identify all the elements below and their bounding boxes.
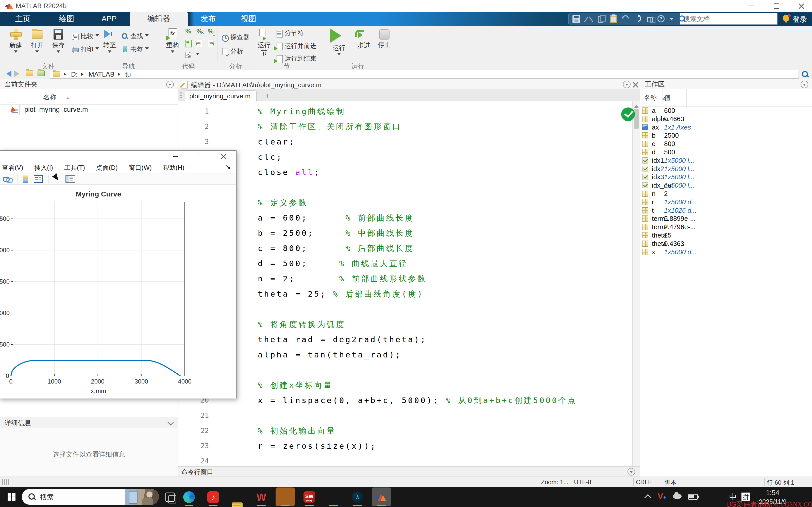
compare-button[interactable]: 比较 [71, 32, 99, 40]
doc-search-input[interactable] [683, 14, 765, 24]
line-ending-indicator[interactable]: CRLF [636, 478, 652, 486]
taskbar-search[interactable]: 搜索 [22, 489, 159, 505]
browse-folder-icon[interactable] [38, 70, 45, 76]
tray-expand-icon[interactable] [647, 494, 651, 499]
tray-cloud-icon[interactable] [673, 494, 681, 499]
variable-name[interactable]: t [652, 206, 654, 215]
code-area[interactable]: 123456789101112131415161718192021222324 … [179, 101, 632, 507]
variable-value[interactable]: 800 [664, 140, 675, 148]
workspace-row[interactable]: c800 [640, 140, 812, 148]
link-plot-icon[interactable] [3, 176, 12, 182]
statusbar-grip[interactable] [2, 479, 9, 485]
variable-name[interactable]: r [652, 198, 654, 206]
find-button[interactable]: 查找 [121, 32, 149, 40]
scroll-up-icon[interactable] [634, 102, 639, 108]
menu-window[interactable]: 窗口(W) [129, 164, 152, 172]
menu-overflow-icon[interactable]: ↘ [225, 163, 231, 171]
workspace-row[interactable]: term15.8899e-... [640, 215, 812, 223]
workspace-row[interactable]: a600 [640, 107, 812, 115]
vscroll-thumb[interactable] [634, 109, 639, 129]
code-line[interactable]: theta = 25; % 后部曲线角度(度) [258, 286, 424, 301]
workspace-row[interactable]: x1x5000 d... [640, 248, 812, 256]
profiler-button[interactable]: 探查器 [221, 33, 249, 41]
code-line[interactable]: % 将角度转换为弧度 [258, 317, 345, 332]
indent-more-icon[interactable] [196, 53, 199, 57]
code-line[interactable]: % 清除工作区、关闭所有图形窗口 [258, 119, 402, 134]
tab-home[interactable]: 主页 [3, 12, 43, 26]
undo-icon[interactable] [622, 15, 630, 23]
analyze-button[interactable]: 分析 [221, 47, 243, 56]
variable-value[interactable]: 600 [664, 107, 675, 115]
stop-button[interactable]: 停止 [375, 29, 394, 49]
encoding-indicator[interactable]: UTF-8 [574, 478, 591, 486]
new-window-icon[interactable] [647, 17, 653, 22]
variable-value[interactable]: 1x5000 d... [664, 198, 697, 206]
menu-insert[interactable]: 插入(I) [34, 164, 53, 172]
code-analyzer-ok-icon[interactable] [621, 108, 635, 121]
plot-canvas[interactable]: Myring Curve 0 1000 2000 3000 4000 500 0… [0, 184, 236, 398]
bookmark-button[interactable]: 书签 [121, 45, 149, 54]
workspace-row[interactable]: term22.4796e-... [640, 223, 812, 231]
run-section-button[interactable]: 运行节 [256, 29, 272, 56]
file-row[interactable]: plot_myring_curve.m [0, 104, 179, 116]
figure-close-icon[interactable] [218, 153, 229, 160]
run-and-advance-button[interactable]: 运行并前进 [275, 42, 316, 50]
workspace-row[interactable]: t1x1026 d... [640, 206, 812, 215]
code-line[interactable]: alpha = tan(theta_rad); [258, 347, 402, 362]
code-line[interactable]: x = linspace(0, a+b+c, 5000); % 从0到a+b+c… [258, 393, 577, 408]
breadcrumb-drive[interactable]: D: [71, 70, 78, 78]
name-column-label[interactable]: 名称 [43, 93, 56, 102]
minimize-icon[interactable] [746, 3, 757, 9]
search-icon[interactable] [678, 15, 686, 22]
code-line[interactable]: d = 500; % 曲线最大直径 [258, 256, 408, 271]
file-name[interactable]: plot_myring_curve.m [24, 106, 88, 114]
code-line[interactable]: % 创建x坐标向量 [258, 378, 333, 393]
taskbar-wps-icon[interactable]: W [256, 491, 267, 503]
taskbar-music-icon[interactable]: ♪ [207, 491, 219, 503]
code-line[interactable]: % Myring曲线绘制 [258, 104, 345, 119]
workspace-row[interactable]: idx_out1x5000 l... [640, 181, 812, 189]
workspace-row[interactable]: alpha0.4663 [640, 115, 812, 123]
workspace-row[interactable]: idx11x5000 l... [640, 156, 812, 165]
ws-name-column[interactable]: 名称 [644, 93, 657, 102]
windows-start-icon[interactable] [8, 493, 15, 501]
figure-minimize-icon[interactable] [170, 153, 181, 160]
menu-view[interactable]: 查看(V) [2, 164, 23, 172]
workspace-row[interactable]: idx21x5000 l... [640, 165, 812, 173]
tab-view[interactable]: 视图 [229, 12, 269, 26]
step-button[interactable]: 步进 [354, 29, 373, 49]
figure-window[interactable]: 查看(V) 插入(I) 工具(T) 桌面(D) 窗口(W) 帮助(H) ↘ My… [0, 150, 237, 398]
cut-icon[interactable] [585, 15, 593, 23]
section-break-button[interactable]: 分节符 [275, 29, 304, 37]
paste-icon[interactable] [610, 15, 617, 23]
variable-value[interactable]: 2 [664, 189, 668, 198]
variable-value[interactable]: 1x5000 l... [664, 173, 695, 181]
menu-desktop[interactable]: 桌面(D) [96, 164, 118, 172]
variable-name[interactable]: x [652, 248, 655, 256]
variable-value[interactable]: 500 [664, 148, 675, 156]
tray-wps-icon[interactable]: V● [658, 492, 666, 501]
property-inspector-icon[interactable] [65, 175, 75, 183]
variable-value[interactable]: 1x5000 l... [664, 165, 695, 173]
notification-bell-icon[interactable] [782, 14, 791, 23]
figure-maximize-icon[interactable] [194, 153, 205, 160]
variable-value[interactable]: 1x1026 d... [664, 206, 697, 215]
search-highlight-image[interactable] [125, 489, 159, 505]
forward-icon[interactable] [14, 70, 23, 77]
ws-value-column[interactable]: 值 [664, 93, 671, 102]
legend-icon[interactable] [34, 175, 43, 183]
code-line[interactable]: clc; [258, 149, 283, 165]
run-to-end-button[interactable]: 运行到结束 [275, 54, 316, 63]
workspace-row[interactable]: theta_...0.4363 [640, 239, 812, 248]
variable-name[interactable]: b [652, 131, 655, 140]
variable-name[interactable]: n [652, 189, 655, 198]
workspace-row[interactable]: d500 [640, 148, 812, 156]
editor-vertical-scrollbar[interactable] [632, 101, 640, 507]
close-icon[interactable] [796, 3, 807, 9]
smart-indent-button[interactable] [185, 40, 192, 47]
variable-value[interactable]: 2.4796e-... [664, 223, 696, 231]
tab-plots[interactable]: 绘图 [46, 12, 88, 26]
variable-value[interactable]: 0.4363 [664, 239, 684, 248]
variable-name[interactable]: idx3 [652, 173, 664, 181]
workspace-row[interactable]: n2 [640, 189, 812, 198]
